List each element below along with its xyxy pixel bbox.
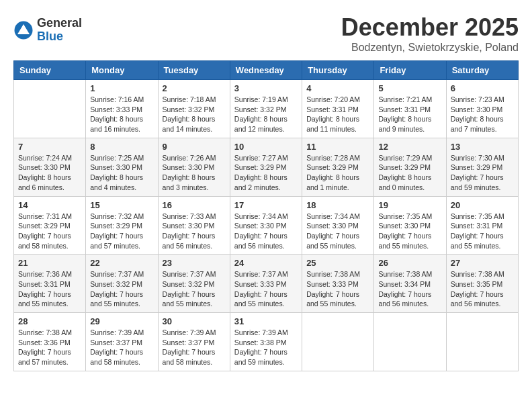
day-info: Sunrise: 7:24 AMSunset: 3:30 PMDaylight:… bbox=[18, 153, 81, 193]
day-info: Sunrise: 7:25 AMSunset: 3:30 PMDaylight:… bbox=[90, 153, 153, 193]
calendar-cell: 28Sunrise: 7:38 AMSunset: 3:36 PMDayligh… bbox=[14, 313, 86, 371]
day-number: 2 bbox=[163, 83, 226, 93]
day-info: Sunrise: 7:29 AMSunset: 3:29 PMDaylight:… bbox=[378, 153, 441, 193]
day-info: Sunrise: 7:37 AMSunset: 3:33 PMDaylight:… bbox=[234, 269, 298, 309]
calendar-cell: 6Sunrise: 7:23 AMSunset: 3:30 PMDaylight… bbox=[446, 80, 518, 138]
day-info: Sunrise: 7:38 AMSunset: 3:34 PMDaylight:… bbox=[378, 269, 441, 309]
day-number: 4 bbox=[306, 83, 369, 93]
weekday-header-thursday: Thursday bbox=[302, 61, 374, 80]
calendar-cell: 3Sunrise: 7:19 AMSunset: 3:32 PMDaylight… bbox=[230, 80, 302, 138]
calendar-cell: 2Sunrise: 7:18 AMSunset: 3:32 PMDaylight… bbox=[158, 80, 230, 138]
calendar-cell: 4Sunrise: 7:20 AMSunset: 3:31 PMDaylight… bbox=[302, 80, 374, 138]
weekday-header-row: SundayMondayTuesdayWednesdayThursdayFrid… bbox=[14, 61, 519, 80]
calendar-cell: 24Sunrise: 7:37 AMSunset: 3:33 PMDayligh… bbox=[230, 255, 302, 313]
calendar-cell: 23Sunrise: 7:37 AMSunset: 3:32 PMDayligh… bbox=[158, 255, 230, 313]
calendar-week-row-1: 1Sunrise: 7:16 AMSunset: 3:33 PMDaylight… bbox=[14, 80, 519, 138]
calendar-cell: 9Sunrise: 7:26 AMSunset: 3:30 PMDaylight… bbox=[158, 138, 230, 196]
calendar-cell: 7Sunrise: 7:24 AMSunset: 3:30 PMDaylight… bbox=[14, 138, 86, 196]
calendar-cell: 26Sunrise: 7:38 AMSunset: 3:34 PMDayligh… bbox=[374, 255, 446, 313]
header: General Blue December 2025 Bodzentyn, Sw… bbox=[13, 13, 519, 54]
calendar-week-row-5: 28Sunrise: 7:38 AMSunset: 3:36 PMDayligh… bbox=[14, 313, 519, 371]
calendar-week-row-4: 21Sunrise: 7:36 AMSunset: 3:31 PMDayligh… bbox=[14, 255, 519, 313]
logo-text: General Blue bbox=[37, 17, 82, 44]
day-number: 31 bbox=[234, 316, 298, 326]
day-info: Sunrise: 7:26 AMSunset: 3:30 PMDaylight:… bbox=[163, 153, 226, 193]
day-number: 20 bbox=[451, 200, 514, 210]
day-number: 8 bbox=[90, 142, 153, 152]
day-number: 29 bbox=[90, 316, 153, 326]
calendar-cell: 31Sunrise: 7:39 AMSunset: 3:38 PMDayligh… bbox=[230, 313, 302, 371]
day-number: 16 bbox=[163, 200, 226, 210]
weekday-header-sunday: Sunday bbox=[14, 61, 86, 80]
day-info: Sunrise: 7:34 AMSunset: 3:30 PMDaylight:… bbox=[306, 212, 369, 251]
day-number: 18 bbox=[306, 200, 369, 210]
calendar-cell: 1Sunrise: 7:16 AMSunset: 3:33 PMDaylight… bbox=[86, 80, 158, 138]
calendar-cell: 17Sunrise: 7:34 AMSunset: 3:30 PMDayligh… bbox=[230, 196, 302, 255]
day-number: 6 bbox=[451, 83, 514, 93]
day-number: 17 bbox=[234, 200, 298, 210]
day-info: Sunrise: 7:23 AMSunset: 3:30 PMDaylight:… bbox=[451, 95, 514, 134]
day-info: Sunrise: 7:39 AMSunset: 3:37 PMDaylight:… bbox=[90, 328, 153, 367]
weekday-header-wednesday: Wednesday bbox=[230, 61, 302, 80]
weekday-header-tuesday: Tuesday bbox=[158, 61, 230, 80]
logo: General Blue bbox=[13, 17, 82, 44]
day-info: Sunrise: 7:31 AMSunset: 3:29 PMDaylight:… bbox=[18, 212, 81, 251]
calendar-cell: 14Sunrise: 7:31 AMSunset: 3:29 PMDayligh… bbox=[14, 196, 86, 255]
calendar-cell: 8Sunrise: 7:25 AMSunset: 3:30 PMDaylight… bbox=[86, 138, 158, 196]
weekday-header-friday: Friday bbox=[374, 61, 446, 80]
day-info: Sunrise: 7:37 AMSunset: 3:32 PMDaylight:… bbox=[90, 269, 153, 309]
day-info: Sunrise: 7:35 AMSunset: 3:31 PMDaylight:… bbox=[451, 212, 514, 251]
day-info: Sunrise: 7:18 AMSunset: 3:32 PMDaylight:… bbox=[163, 95, 226, 134]
calendar-table: SundayMondayTuesdayWednesdayThursdayFrid… bbox=[13, 60, 519, 371]
logo-general-text: General bbox=[37, 17, 82, 30]
day-number: 5 bbox=[378, 83, 441, 93]
calendar-cell: 19Sunrise: 7:35 AMSunset: 3:30 PMDayligh… bbox=[374, 196, 446, 255]
day-number: 24 bbox=[234, 258, 298, 268]
day-number: 7 bbox=[18, 142, 81, 152]
calendar-cell: 16Sunrise: 7:33 AMSunset: 3:30 PMDayligh… bbox=[158, 196, 230, 255]
calendar-cell: 13Sunrise: 7:30 AMSunset: 3:29 PMDayligh… bbox=[446, 138, 518, 196]
calendar-cell bbox=[446, 313, 518, 371]
calendar-cell: 27Sunrise: 7:38 AMSunset: 3:35 PMDayligh… bbox=[446, 255, 518, 313]
day-info: Sunrise: 7:39 AMSunset: 3:38 PMDaylight:… bbox=[234, 328, 298, 367]
weekday-header-monday: Monday bbox=[86, 61, 158, 80]
day-number: 3 bbox=[234, 83, 298, 93]
calendar-week-row-3: 14Sunrise: 7:31 AMSunset: 3:29 PMDayligh… bbox=[14, 196, 519, 255]
day-info: Sunrise: 7:21 AMSunset: 3:31 PMDaylight:… bbox=[378, 95, 441, 134]
day-info: Sunrise: 7:38 AMSunset: 3:33 PMDaylight:… bbox=[306, 269, 369, 309]
day-number: 30 bbox=[163, 316, 226, 326]
day-info: Sunrise: 7:38 AMSunset: 3:35 PMDaylight:… bbox=[451, 269, 514, 309]
day-number: 10 bbox=[234, 142, 298, 152]
day-number: 11 bbox=[306, 142, 369, 152]
location-title: Bodzentyn, Swietokrzyskie, Poland bbox=[341, 42, 519, 54]
day-number: 19 bbox=[378, 200, 441, 210]
calendar-cell: 21Sunrise: 7:36 AMSunset: 3:31 PMDayligh… bbox=[14, 255, 86, 313]
day-info: Sunrise: 7:35 AMSunset: 3:30 PMDaylight:… bbox=[378, 212, 441, 251]
calendar-cell: 20Sunrise: 7:35 AMSunset: 3:31 PMDayligh… bbox=[446, 196, 518, 255]
month-title: December 2025 bbox=[341, 13, 519, 42]
title-area: December 2025 Bodzentyn, Swietokrzyskie,… bbox=[341, 13, 519, 54]
day-info: Sunrise: 7:28 AMSunset: 3:29 PMDaylight:… bbox=[306, 153, 369, 193]
calendar-cell: 10Sunrise: 7:27 AMSunset: 3:29 PMDayligh… bbox=[230, 138, 302, 196]
day-info: Sunrise: 7:32 AMSunset: 3:29 PMDaylight:… bbox=[90, 212, 153, 251]
calendar-cell: 25Sunrise: 7:38 AMSunset: 3:33 PMDayligh… bbox=[302, 255, 374, 313]
calendar-cell: 30Sunrise: 7:39 AMSunset: 3:37 PMDayligh… bbox=[158, 313, 230, 371]
day-info: Sunrise: 7:33 AMSunset: 3:30 PMDaylight:… bbox=[163, 212, 226, 251]
calendar-week-row-2: 7Sunrise: 7:24 AMSunset: 3:30 PMDaylight… bbox=[14, 138, 519, 196]
day-info: Sunrise: 7:20 AMSunset: 3:31 PMDaylight:… bbox=[306, 95, 369, 134]
day-info: Sunrise: 7:37 AMSunset: 3:32 PMDaylight:… bbox=[163, 269, 226, 309]
calendar-cell: 11Sunrise: 7:28 AMSunset: 3:29 PMDayligh… bbox=[302, 138, 374, 196]
day-number: 23 bbox=[163, 258, 226, 268]
day-number: 9 bbox=[163, 142, 226, 152]
calendar-cell: 22Sunrise: 7:37 AMSunset: 3:32 PMDayligh… bbox=[86, 255, 158, 313]
day-number: 22 bbox=[90, 258, 153, 268]
day-info: Sunrise: 7:39 AMSunset: 3:37 PMDaylight:… bbox=[163, 328, 226, 367]
day-number: 14 bbox=[18, 200, 81, 210]
day-number: 15 bbox=[90, 200, 153, 210]
day-number: 13 bbox=[451, 142, 514, 152]
day-number: 28 bbox=[18, 316, 81, 326]
calendar-cell bbox=[14, 80, 86, 138]
day-number: 1 bbox=[90, 83, 153, 93]
day-number: 27 bbox=[451, 258, 514, 268]
day-info: Sunrise: 7:38 AMSunset: 3:36 PMDaylight:… bbox=[18, 328, 81, 367]
